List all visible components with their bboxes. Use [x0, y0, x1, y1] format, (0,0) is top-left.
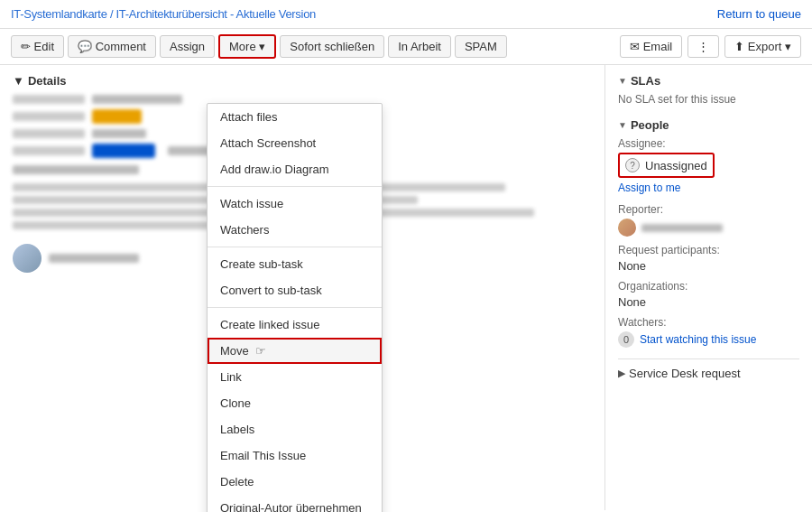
top-bar: IT-Systemlandkarte / IT-Architekturübers…	[0, 0, 812, 29]
field-badge-2	[92, 109, 142, 124]
field-value-3	[92, 129, 146, 138]
organizations-value: None	[618, 295, 799, 309]
watch-count: 0	[618, 331, 634, 348]
in-arbeit-button[interactable]: In Arbeit	[388, 35, 451, 58]
cursor-icon: ☞	[255, 344, 266, 358]
reporter-label: Reporter:	[618, 203, 799, 216]
sofort-button[interactable]: Sofort schließen	[280, 35, 384, 58]
menu-divider-1	[208, 186, 382, 187]
more-button[interactable]: More ▾	[218, 34, 276, 59]
assign-button[interactable]: Assign	[160, 35, 215, 58]
menu-item-create-linked[interactable]: Create linked issue	[208, 312, 382, 338]
assignee-icon: ?	[625, 158, 640, 172]
sla-text: No SLA set for this issue	[618, 93, 799, 106]
field-label-3	[13, 129, 85, 138]
assignee-label: Assignee:	[618, 137, 799, 150]
menu-item-attach-screenshot[interactable]: Attach Screenshot	[208, 130, 382, 156]
people-chevron: ▼	[618, 120, 627, 130]
reporter-area	[618, 219, 799, 237]
user-name-blur	[49, 254, 139, 263]
menu-item-original-author[interactable]: Original-Autor übernehmen	[208, 495, 382, 512]
menu-item-clone[interactable]: Clone	[208, 390, 382, 416]
start-watching-link[interactable]: Start watching this issue	[640, 333, 756, 346]
right-sidebar: ▼ SLAs No SLA set for this issue ▼ Peopl…	[604, 65, 812, 510]
field-label-1	[13, 95, 85, 104]
service-desk-chevron: ▶	[618, 368, 625, 379]
dropdown-menu: Attach files Attach Screenshot Add draw.…	[207, 103, 383, 512]
field-label-4	[13, 146, 85, 155]
details-label: Details	[28, 74, 67, 88]
service-desk-label: Service Desk request	[629, 367, 741, 380]
export-button[interactable]: ⬆ Export ▾	[724, 35, 801, 58]
slas-label: SLAs	[631, 74, 660, 88]
menu-item-add-diagram[interactable]: Add draw.io Diagram	[208, 156, 382, 182]
menu-item-attach-files[interactable]: Attach files	[208, 104, 382, 130]
request-participants-value: None	[618, 259, 799, 273]
return-to-queue-link[interactable]: Return to queue	[717, 7, 801, 21]
reporter-name-blur	[641, 224, 723, 232]
toolbar: ✏ Edit 💬 Comment Assign More ▾ Sofort sc…	[0, 29, 812, 65]
slas-header: ▼ SLAs	[618, 74, 799, 88]
breadcrumb: IT-Systemlandkarte / IT-Architekturübers…	[11, 7, 316, 21]
comment-button[interactable]: 💬 Comment	[68, 35, 156, 58]
assignee-box: ? Unassigned	[618, 153, 715, 178]
organizations-label: Organizations:	[618, 280, 799, 293]
details-header: ▼ Details	[13, 74, 592, 88]
menu-divider-2	[208, 247, 382, 247]
edit-button[interactable]: ✏ Edit	[11, 35, 64, 58]
menu-item-create-subtask[interactable]: Create sub-task	[208, 251, 382, 277]
reporter-avatar	[618, 219, 636, 237]
share-button[interactable]: ⋮	[687, 35, 719, 58]
menu-item-delete[interactable]: Delete	[208, 469, 382, 495]
watchers-label: Watchers:	[618, 316, 799, 329]
details-chevron: ▼	[13, 74, 24, 88]
menu-item-watchers[interactable]: Watchers	[208, 217, 382, 243]
people-section: ▼ People Assignee: ? Unassigned Assign t…	[618, 118, 799, 348]
assignee-name: Unassigned	[645, 159, 707, 172]
slas-section: ▼ SLAs No SLA set for this issue	[618, 74, 799, 106]
menu-divider-3	[208, 307, 382, 308]
menu-item-link[interactable]: Link	[208, 364, 382, 390]
slas-chevron: ▼	[618, 76, 627, 86]
service-desk-section[interactable]: ▶ Service Desk request	[618, 358, 799, 380]
field-label-2	[13, 112, 85, 121]
people-label: People	[631, 118, 669, 132]
menu-item-convert-subtask[interactable]: Convert to sub-task	[208, 277, 382, 303]
menu-item-labels[interactable]: Labels	[208, 416, 382, 442]
menu-item-watch-issue[interactable]: Watch issue	[208, 191, 382, 217]
field-value-1	[92, 95, 182, 104]
assign-to-me-link[interactable]: Assign to me	[618, 182, 799, 194]
watchers-area: 0 Start watching this issue	[618, 331, 799, 348]
sub-field-value	[13, 165, 139, 174]
email-button[interactable]: ✉ Email	[620, 35, 682, 58]
menu-item-email-issue[interactable]: Email This Issue	[208, 442, 382, 469]
request-participants-label: Request participants:	[618, 244, 799, 256]
avatar	[13, 244, 42, 273]
main-layout: ▼ Details	[0, 65, 812, 510]
toolbar-right: ✉ Email ⋮ ⬆ Export ▾	[620, 35, 801, 58]
people-header: ▼ People	[618, 118, 799, 132]
field-badge-4	[92, 144, 155, 158]
spam-button[interactable]: SPAM	[455, 35, 507, 58]
menu-item-move[interactable]: Move ☞	[208, 338, 382, 364]
